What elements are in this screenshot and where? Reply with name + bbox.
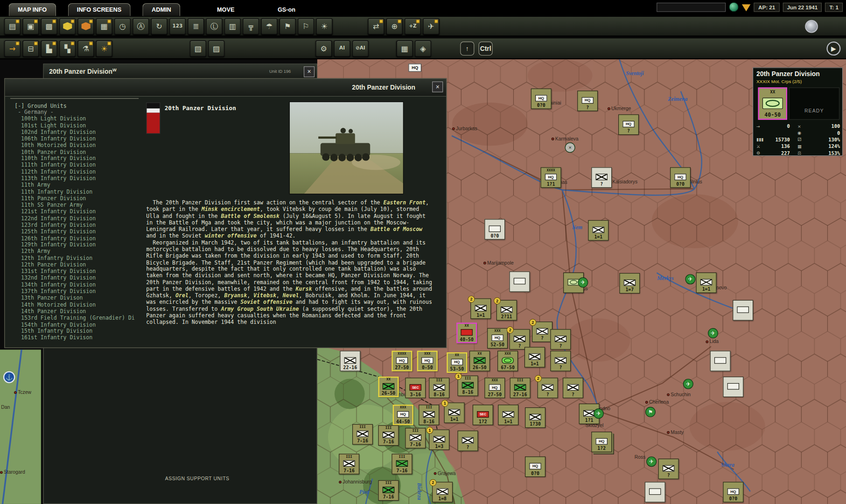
radio-icon[interactable]: Ⓐ xyxy=(133,18,149,35)
garrison-icon[interactable]: × xyxy=(565,142,575,153)
tab-map-info[interactable]: MAP INFO xyxy=(9,3,56,16)
unit-list-item[interactable]: 100th Light Division xyxy=(21,116,139,122)
unit-counter[interactable]: HQ0?0 xyxy=(670,167,691,188)
unit-counter[interactable]: 1=11 xyxy=(444,403,465,423)
next-button[interactable]: ▶ xyxy=(826,41,840,55)
unit-counter[interactable]: 1=1 xyxy=(696,273,717,293)
unit-window-titlebar[interactable]: 20th Panzer DivisionW Unit ID 196 × xyxy=(44,64,317,79)
unit-counter[interactable] xyxy=(723,377,743,397)
admin-building-icon[interactable]: ▥ xyxy=(224,18,241,35)
unit-counter[interactable]: III8-16 xyxy=(419,405,439,425)
unit-list-item[interactable]: 132nd Infantry Division xyxy=(21,275,139,281)
up-button[interactable]: ↑ xyxy=(460,41,474,55)
unit-list-item[interactable]: 12th Infantry Division xyxy=(21,255,139,261)
unit-list-item[interactable]: 15th Infantry Division xyxy=(21,328,139,335)
unit-list-item[interactable]: 11th Infantry Division xyxy=(21,189,139,195)
flag-v-icon[interactable]: ⚐ xyxy=(298,18,314,35)
unit-counter[interactable]: HQ? xyxy=(577,91,598,111)
encyclopedia-titlebar[interactable]: 20th Panzer Division × xyxy=(5,79,446,97)
edit-z-icon[interactable]: +Z xyxy=(405,18,421,35)
flag-p-icon[interactable]: ⚑ xyxy=(280,18,296,35)
unit-counter[interactable]: ✈ xyxy=(563,273,584,293)
unit-list-item[interactable]: 131st Infantry Division xyxy=(21,268,139,275)
ctrl-button[interactable]: Ctrl xyxy=(479,41,493,55)
depot-junction-icon[interactable]: ╦ xyxy=(243,18,259,35)
unit-list-item[interactable]: 10th Panzer Division xyxy=(21,149,139,155)
unit-list-item[interactable]: 112th Infantry Division xyxy=(21,169,139,175)
unit-list-item[interactable]: 137th Infantry Division xyxy=(21,288,139,294)
unit-counter[interactable]: XX26-50 xyxy=(469,351,490,371)
unit-counter[interactable]: ? xyxy=(550,351,571,371)
metrics-chart-icon[interactable]: ▚ xyxy=(59,40,76,56)
map-left-strip[interactable]: ⚓ TczewDanStarogard xyxy=(0,350,41,504)
unit-counter[interactable]: XXXHQ44-50 xyxy=(393,405,413,425)
unit-counter[interactable]: 1=1 xyxy=(498,405,518,425)
unit-counter[interactable] xyxy=(510,272,530,292)
unit-counter[interactable]: XXX67-50 xyxy=(497,351,518,371)
unit-counter[interactable]: III7-16 xyxy=(392,454,412,474)
assign-support-units-button[interactable]: ASSIGN SUPPORT UNITS xyxy=(165,476,230,482)
unit-list-item[interactable]: 11th Army xyxy=(21,182,139,189)
manpower-123-icon[interactable]: 123 xyxy=(169,18,186,35)
ai-off-icon[interactable]: ⊘AI xyxy=(352,40,369,56)
unit-list-item[interactable]: 123rd Infantry Division xyxy=(21,222,139,228)
losses-icon[interactable]: ☀ xyxy=(96,40,112,56)
unit-counter[interactable]: III7-16 xyxy=(352,424,373,445)
unit-counter[interactable] xyxy=(645,482,665,503)
air-unit-icon[interactable]: ✈ xyxy=(594,408,604,419)
unit-list-item[interactable]: 125th Infantry Division xyxy=(21,228,139,235)
unit-counter[interactable]: HQ0?0 xyxy=(531,89,552,109)
unit-list-item[interactable]: 14th Motorized Division xyxy=(21,301,139,308)
unit-counter[interactable]: ? xyxy=(458,431,478,451)
unit-list-item[interactable]: 101st Light Division xyxy=(21,122,139,129)
filter-funnel-icon[interactable] xyxy=(742,4,751,11)
unit-counter[interactable]: 1=12 xyxy=(470,298,491,319)
air-unit-icon[interactable]: ✈ xyxy=(646,456,657,467)
unit-counter[interactable]: 22-16 xyxy=(340,351,360,371)
move-arrow-icon[interactable]: → xyxy=(4,40,21,56)
window-icon[interactable]: ▤ xyxy=(4,18,21,35)
unit-list-item[interactable]: 110th Infantry Division xyxy=(21,155,139,162)
unit-counter[interactable] xyxy=(733,300,753,321)
air-unit-icon[interactable]: ✈ xyxy=(708,328,718,338)
hex-resources-icon[interactable] xyxy=(59,18,76,35)
unit-counter[interactable]: 1=1 xyxy=(588,220,608,241)
unit-counter-large[interactable]: XX 40-50 xyxy=(758,87,787,119)
rail-yard-icon[interactable]: ≣ xyxy=(188,18,204,35)
unit-counter[interactable]: XXXXHQ1?1 xyxy=(541,167,561,188)
window-data-icon[interactable]: ▨ xyxy=(208,40,224,56)
unit-counter[interactable]: XXXXHQ27-50 xyxy=(392,351,412,371)
weather-icon[interactable]: ☂ xyxy=(261,18,278,35)
unit-counter[interactable]: HQ0?0 xyxy=(723,482,743,503)
unit-counter[interactable]: 1?30 xyxy=(525,407,545,428)
unit-counter[interactable]: 1=7 xyxy=(619,273,640,294)
unit-counter[interactable]: 0?0 xyxy=(484,219,505,239)
air-unit-icon[interactable]: ⚑ xyxy=(645,407,656,417)
hex-production-icon[interactable] xyxy=(78,18,94,35)
unit-list-item[interactable]: 113th Infantry Division xyxy=(21,175,139,182)
unit-counter[interactable]: XXXHQ27-50 xyxy=(484,378,505,398)
unit-counter[interactable]: XXHQ53-50 xyxy=(447,352,467,373)
unit-counter[interactable]: ? xyxy=(550,329,571,350)
unit-list-item[interactable]: 129th Infantry Division xyxy=(21,242,139,248)
unit-counter[interactable]: SEC1?2 xyxy=(473,405,493,425)
unit-list-item[interactable]: 126th Infantry Division xyxy=(21,235,139,242)
tree-root-toggle[interactable]: [-] Ground Units xyxy=(14,103,139,109)
stack-windows-icon[interactable]: ▩ xyxy=(41,18,57,35)
unit-counter[interactable]: 1=1 xyxy=(524,347,545,367)
unit-counter[interactable]: XX40-50 xyxy=(456,322,477,343)
unit-counter[interactable]: III27-16 xyxy=(510,378,531,398)
globe-icon[interactable] xyxy=(729,2,739,12)
close-icon[interactable]: × xyxy=(304,66,315,77)
tab-move[interactable]: MOVE xyxy=(208,4,243,16)
unit-list-item[interactable]: 111th Infantry Division xyxy=(21,162,139,168)
swap-arrows-icon[interactable]: ⇄ xyxy=(368,18,385,35)
unit-counter[interactable]: ? xyxy=(658,459,679,479)
clock-icon[interactable]: ◷ xyxy=(114,18,131,35)
unit-counter[interactable]: ? xyxy=(563,378,583,398)
compass-icon[interactable] xyxy=(805,20,818,33)
unit-list-item[interactable]: 12th Army xyxy=(21,248,139,255)
close-icon[interactable]: × xyxy=(432,82,443,92)
unit-counter[interactable]: ?2 xyxy=(532,322,552,342)
unit-list-item[interactable]: 106th Infantry Division xyxy=(21,135,139,142)
